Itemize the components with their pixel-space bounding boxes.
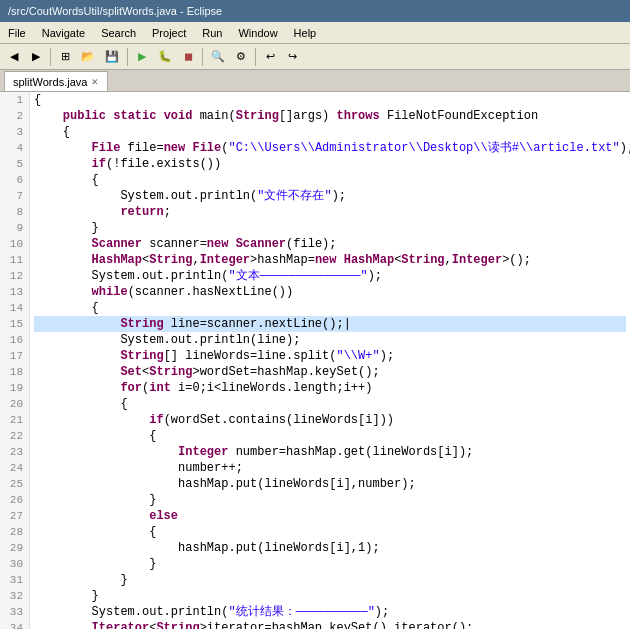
tab-label: splitWords.java (13, 76, 87, 88)
menu-bar: File Navigate Search Project Run Window … (0, 22, 630, 44)
code-line-21: if(wordSet.contains(lineWords[i])) (34, 412, 626, 428)
code-line-9: } (34, 220, 626, 236)
menu-window[interactable]: Window (230, 24, 285, 42)
toolbar-btn-open[interactable]: 📂 (77, 47, 99, 67)
toolbar-btn-nav-back[interactable]: ↩ (260, 47, 280, 67)
toolbar-btn-back[interactable]: ◀ (4, 47, 24, 67)
toolbar-btn-stop[interactable]: ◼ (178, 47, 198, 67)
toolbar-btn-run[interactable]: ▶ (132, 47, 152, 67)
menu-navigate[interactable]: Navigate (34, 24, 93, 42)
code-line-18: Set<String>wordSet=hashMap.keySet(); (34, 364, 626, 380)
code-line-1: { (34, 92, 626, 108)
code-line-28: { (34, 524, 626, 540)
code-line-30: } (34, 556, 626, 572)
tab-splitwords[interactable]: splitWords.java ✕ (4, 71, 108, 91)
menu-search[interactable]: Search (93, 24, 144, 42)
code-line-6: { (34, 172, 626, 188)
toolbar-btn-forward[interactable]: ▶ (26, 47, 46, 67)
code-line-33: System.out.println("统计结果：——————————"); (34, 604, 626, 620)
toolbar-btn-nav-fwd[interactable]: ↪ (282, 47, 302, 67)
tab-bar: splitWords.java ✕ (0, 70, 630, 92)
title-bar: /src/CoutWordsUtil/splitWords.java - Ecl… (0, 0, 630, 22)
code-line-34: Iterator<String>iterator=hashMap.keySet(… (34, 620, 626, 629)
code-line-17: String[] lineWords=line.split("\\W+"); (34, 348, 626, 364)
toolbar: ◀ ▶ ⊞ 📂 💾 ▶ 🐛 ◼ 🔍 ⚙ ↩ ↪ (0, 44, 630, 70)
code-line-23: Integer number=hashMap.get(lineWords[i])… (34, 444, 626, 460)
code-line-3: { (34, 124, 626, 140)
code-line-24: number++; (34, 460, 626, 476)
code-line-2: public static void main(String[]args) th… (34, 108, 626, 124)
toolbar-btn-ref[interactable]: ⚙ (231, 47, 251, 67)
menu-file[interactable]: File (0, 24, 34, 42)
code-line-22: { (34, 428, 626, 444)
code-line-29: hashMap.put(lineWords[i],1); (34, 540, 626, 556)
code-line-32: } (34, 588, 626, 604)
tab-close-icon[interactable]: ✕ (91, 77, 99, 87)
editor-area: 1234567891011121314151617181920212223242… (0, 92, 630, 629)
toolbar-sep-1 (50, 48, 51, 66)
toolbar-btn-search[interactable]: 🔍 (207, 47, 229, 67)
toolbar-sep-2 (127, 48, 128, 66)
menu-help[interactable]: Help (286, 24, 325, 42)
menu-run[interactable]: Run (194, 24, 230, 42)
code-line-19: for(int i=0;i<lineWords.length;i++) (34, 380, 626, 396)
toolbar-sep-3 (202, 48, 203, 66)
code-line-31: } (34, 572, 626, 588)
code-line-8: return; (34, 204, 626, 220)
code-line-14: { (34, 300, 626, 316)
code-line-12: System.out.println("文本——————————————"); (34, 268, 626, 284)
toolbar-btn-debug[interactable]: 🐛 (154, 47, 176, 67)
code-line-25: hashMap.put(lineWords[i],number); (34, 476, 626, 492)
code-line-15: String line=scanner.nextLine();| (34, 316, 626, 332)
title-text: /src/CoutWordsUtil/splitWords.java - Ecl… (8, 5, 222, 17)
menu-project[interactable]: Project (144, 24, 194, 42)
code-line-13: while(scanner.hasNextLine()) (34, 284, 626, 300)
code-line-27: else (34, 508, 626, 524)
code-line-7: System.out.println("文件不存在"); (34, 188, 626, 204)
toolbar-btn-save[interactable]: 💾 (101, 47, 123, 67)
code-line-16: System.out.println(line); (34, 332, 626, 348)
code-line-20: { (34, 396, 626, 412)
code-line-26: } (34, 492, 626, 508)
code-line-5: if(!file.exists()) (34, 156, 626, 172)
code-content[interactable]: { public static void main(String[]args) … (30, 92, 630, 629)
toolbar-btn-new[interactable]: ⊞ (55, 47, 75, 67)
toolbar-sep-4 (255, 48, 256, 66)
code-line-10: Scanner scanner=new Scanner(file); (34, 236, 626, 252)
line-numbers: 1234567891011121314151617181920212223242… (0, 92, 30, 629)
code-line-11: HashMap<String,Integer>hashMap=new HashM… (34, 252, 626, 268)
code-line-4: File file=new File("C:\\Users\\Administr… (34, 140, 626, 156)
